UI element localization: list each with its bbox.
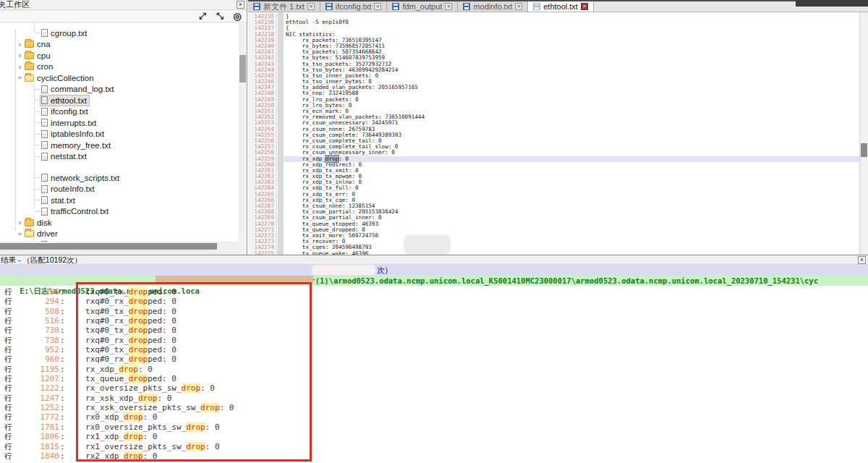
tree-item-body[interactable]: ifconfig.txt [41, 106, 90, 116]
result-file-path-right: ar(1)\armod0523.odata.ncmp.unicom.local_… [306, 276, 818, 286]
tree-item-file[interactable]: network_scripts.txt [0, 172, 239, 184]
chevron-expanded-icon[interactable]: › [16, 74, 24, 82]
tree-guide-line [34, 232, 35, 240]
tree-item-body[interactable]: cyclicCollection [24, 73, 96, 83]
tree-item-body[interactable]: cron [24, 61, 55, 72]
tree-item-body[interactable]: disk [24, 218, 54, 228]
tree-vertical-scrollbar[interactable] [239, 23, 247, 242]
tree-item-file[interactable]: ifconfig.txt [0, 106, 239, 118]
chevron-collapsed-icon[interactable]: › [16, 41, 24, 48]
code-line[interactable]: 142237{ [248, 25, 859, 31]
tree-item-body[interactable]: cna [24, 39, 53, 49]
result-row-label: 行 [4, 316, 12, 326]
chevron-collapsed-icon[interactable]: › [16, 51, 24, 59]
tree-item-body[interactable]: stat.txt [41, 195, 77, 205]
code-text: } [284, 14, 859, 20]
tree-item-folder[interactable]: ›disk [0, 217, 239, 229]
fold-cell [277, 32, 284, 38]
tree-item-body[interactable]: trafficControl.txt [41, 206, 111, 216]
search-summary-line[interactable]: 索 "drop" （1个文件中匹配到10192次，总计 次） [0, 265, 868, 276]
tab[interactable]: fdm_output× [387, 1, 458, 12]
result-row-label: 行 [4, 442, 12, 452]
tree-item-file[interactable]: memory_free.txt [0, 140, 239, 151]
editor-vertical-scrollbar-thumb[interactable] [861, 143, 867, 157]
fold-cell [277, 127, 284, 132]
tree-item-file[interactable]: netstat.txt [0, 151, 239, 163]
tree-connector [35, 111, 40, 112]
chevron-collapsed-icon[interactable]: › [16, 63, 24, 71]
tree-item-folder[interactable]: ›cron [0, 61, 239, 73]
result-line-number: 1806 [14, 432, 59, 441]
tree-item-body[interactable]: lsmod.txt [41, 240, 86, 242]
result-line-number: 1222 [14, 383, 59, 393]
fold-cell [277, 245, 284, 250]
result-line-number: 294 [14, 297, 59, 306]
tree-item-file[interactable]: stat.txt [0, 195, 239, 206]
chevron-collapsed-icon[interactable]: › [16, 218, 24, 226]
fold-cell [277, 185, 284, 191]
tab-label: ifconfig.txt [336, 2, 372, 11]
collapse-all-icon[interactable]: ⤡ [213, 11, 226, 22]
tab[interactable]: ifconfig.txt× [320, 1, 388, 12]
tree-item-folder[interactable]: ›cyclicCollection [0, 72, 239, 84]
tree-connector [35, 145, 40, 145]
editor-vertical-scrollbar[interactable] [859, 12, 868, 255]
tab-close-icon[interactable]: × [515, 3, 522, 10]
tree-connector [35, 177, 40, 178]
expand-all-icon[interactable]: ⤢ [196, 11, 209, 22]
tree-item-file[interactable]: interrupts.txt [0, 117, 239, 129]
tab[interactable]: modinfo.txt× [458, 1, 528, 12]
tree-horizontal-scrollbar-thumb[interactable] [0, 243, 217, 250]
search-results-close-icon[interactable]: × [858, 256, 866, 264]
tree-item-body[interactable]: netstat.txt [41, 151, 89, 161]
tree-guide-line [34, 84, 35, 208]
tab-close-icon[interactable]: × [374, 3, 381, 10]
result-line-number: 1815 [14, 442, 59, 451]
tree-item-file[interactable]: cgroup.txt [0, 27, 239, 39]
tree-item-file[interactable]: ethtool.txt [0, 95, 239, 106]
tab-close-icon[interactable]: × [445, 3, 452, 10]
result-row-label: 行 [4, 432, 12, 442]
locate-file-icon[interactable]: ◎ [231, 11, 244, 22]
folder-icon [25, 230, 34, 237]
tab-close-icon[interactable]: × [581, 3, 588, 10]
tree-item-file[interactable]: routeInfo.txt [0, 184, 239, 195]
tree-item-folder[interactable]: ›driver [0, 229, 239, 240]
tree-item-body[interactable]: cpu [24, 51, 53, 61]
code-text: rx_xdp_tx_full: 0 [284, 185, 859, 191]
tree-item-body[interactable]: network_scripts.txt [41, 173, 122, 183]
tab-label: fdm_output [402, 2, 442, 11]
editor-body[interactable]: 142235}142236ethtool -S enp1s0f0142237{1… [248, 12, 859, 255]
tree-item-body[interactable]: interrupts.txt [41, 118, 98, 128]
workspace-close-icon[interactable]: × [237, 1, 244, 9]
tree-selected-item[interactable]: ethtool.txt [41, 95, 89, 106]
tree-horizontal-scrollbar[interactable] [0, 242, 239, 250]
tree-item-body[interactable]: iptablesInfo.txt [41, 129, 106, 139]
tree-item-file[interactable]: iptablesInfo.txt [0, 129, 239, 140]
tree-item-folder[interactable]: ›cpu [0, 50, 239, 61]
tree-vertical-scrollbar-thumb[interactable] [239, 55, 246, 82]
tree-item-body[interactable]: memory_free.txt [41, 140, 113, 150]
tree-item-body[interactable]: command_log.txt [41, 84, 116, 94]
tree-item-body[interactable]: routeInfo.txt [41, 184, 97, 194]
result-row-label: 行 [4, 354, 12, 365]
tab[interactable]: ethtool.txt× [528, 1, 594, 12]
result-line-number: 960 [14, 354, 59, 364]
tree-item-label: interrupts.txt [51, 119, 96, 127]
tab-close-icon[interactable]: × [307, 3, 315, 10]
tree-item-folder[interactable]: ›cna [0, 39, 239, 51]
code-line[interactable]: 142236ethtool -S enp1s0f0 [248, 20, 859, 25]
tree-connector [35, 33, 40, 33]
tree-item-file[interactable]: trafficControl.txt [0, 206, 239, 218]
fold-cell [277, 67, 284, 73]
tree-item-body[interactable]: cgroup.txt [41, 28, 90, 38]
tree-item-file[interactable]: command_log.txt [0, 84, 239, 95]
chevron-expanded-icon[interactable]: › [16, 230, 24, 238]
tree-item-file[interactable]: lsmod.txt [0, 239, 239, 242]
tree-item-body[interactable]: driver [24, 229, 60, 239]
fold-cell [277, 132, 284, 138]
code-text: tx_xmit_more: 569724756 [284, 233, 859, 239]
tab[interactable]: 新文件 1.txt× [248, 1, 320, 12]
result-line-number: 508 [14, 307, 59, 316]
workspace-tree: cgroup.txt›cna›cpu›cron›cyclicCollection… [0, 23, 239, 242]
